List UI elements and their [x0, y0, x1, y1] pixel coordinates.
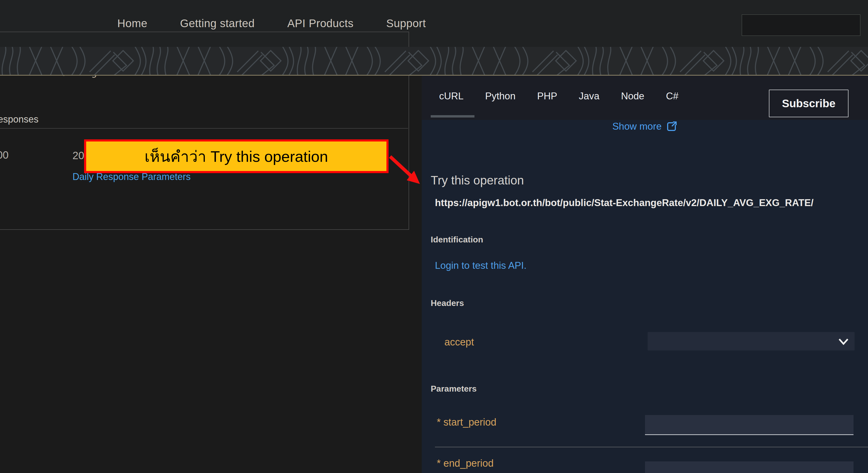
show-more-label: Show more [612, 121, 661, 132]
endpoint-url: https://apigw1.bot.or.th/bot/public/Stat… [435, 197, 813, 209]
active-tab-underline [431, 115, 474, 118]
external-link-icon [666, 121, 677, 132]
tab-csharp[interactable]: C# [666, 91, 678, 102]
try-operation-heading: Try this operation [431, 173, 524, 187]
tab-java[interactable]: Java [579, 91, 599, 102]
end-period-label: * end_period [437, 458, 494, 469]
accept-header-select[interactable] [648, 332, 855, 350]
nav-item-api-products[interactable]: API Products [287, 17, 353, 30]
annotation-text: เห็นคำว่า Try this operation [145, 144, 328, 169]
search-box[interactable] [742, 14, 860, 36]
nav-item-home[interactable]: Home [117, 17, 147, 30]
response-row-value: 20 [72, 150, 84, 161]
show-more-link[interactable]: Show more [422, 121, 868, 132]
subscribe-button[interactable]: Subscribe [769, 90, 848, 117]
accept-header-label: accept [444, 337, 474, 348]
nav-item-getting-started[interactable]: Getting started [180, 17, 255, 30]
tab-curl[interactable]: cURL [439, 91, 464, 102]
language-tabs: cURL Python PHP Java Node C# [439, 75, 679, 117]
responses-heading: esponses [0, 114, 38, 125]
decorative-pattern-band [0, 47, 868, 75]
search-input[interactable] [742, 15, 867, 36]
tab-node[interactable]: Node [621, 91, 644, 102]
end-period-input[interactable] [645, 462, 854, 473]
identification-heading: Identification [431, 235, 483, 245]
headers-heading: Headers [431, 298, 464, 308]
nav-item-support[interactable]: Support [386, 17, 426, 30]
start-period-label: * start_period [437, 417, 496, 428]
status-code-cell: 00 [0, 149, 9, 161]
annotation-callout: เห็นคำว่า Try this operation [84, 139, 389, 173]
responses-divider [0, 128, 408, 129]
api-console-panel: cURL Python PHP Java Node C# Subscribe S… [422, 75, 868, 473]
language-tabs-bar: cURL Python PHP Java Node C# Subscribe [422, 75, 868, 120]
start-period-input[interactable] [645, 415, 854, 435]
tab-php[interactable]: PHP [537, 91, 557, 102]
parameters-heading: Parameters [431, 384, 476, 394]
parameter-row-divider [435, 447, 868, 447]
tab-python[interactable]: Python [485, 91, 516, 102]
annotation-arrow-icon [383, 151, 430, 190]
login-to-test-link[interactable]: Login to test this API. [435, 260, 527, 271]
